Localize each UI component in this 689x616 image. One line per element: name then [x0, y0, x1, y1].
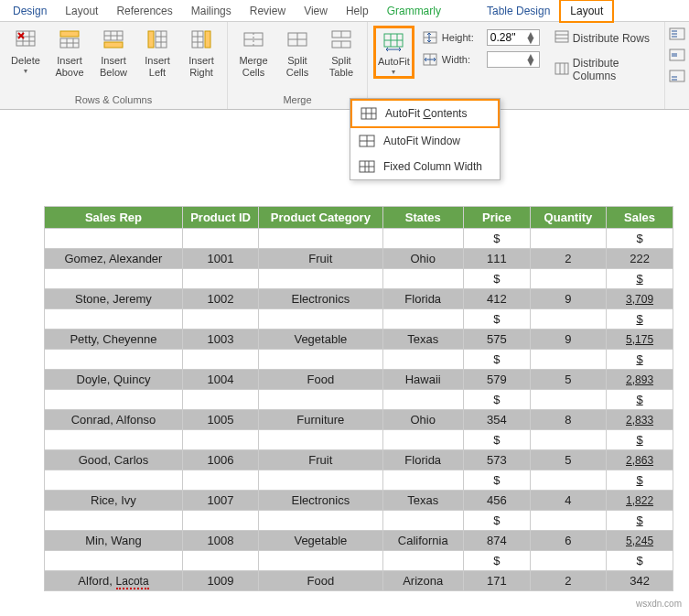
- fixed-width-item[interactable]: Fixed Column Width: [350, 154, 500, 179]
- th-sales: Sales: [607, 207, 673, 229]
- table-row[interactable]: Min, Wang 1008 Vegetable California 874 …: [45, 531, 673, 551]
- align-icon-3[interactable]: [669, 70, 685, 85]
- split-cells-button[interactable]: Split Cells: [277, 26, 318, 80]
- watermark: wsxdn.com: [636, 599, 682, 609]
- autofit-label: AutoFit: [378, 56, 410, 68]
- split-table-label: Split Table: [329, 55, 353, 78]
- svg-rect-51: [555, 63, 568, 74]
- right-edge-group: [664, 22, 689, 109]
- autofit-window-icon: [358, 134, 376, 148]
- tab-design[interactable]: Design: [4, 1, 56, 21]
- tab-help[interactable]: Help: [337, 1, 378, 21]
- height-icon: [422, 30, 438, 45]
- insert-right-button[interactable]: Insert Right: [181, 26, 221, 80]
- table-gap-row: $ $: [45, 269, 673, 289]
- th-product-id: Product ID: [182, 207, 258, 229]
- split-table-button[interactable]: Split Table: [321, 26, 361, 80]
- merge-cells-icon: [241, 27, 266, 53]
- tab-review[interactable]: Review: [241, 1, 295, 21]
- tab-view[interactable]: View: [295, 1, 337, 21]
- autofit-dropdown: AutoFit Contents AutoFit Window Fixed Co…: [350, 98, 501, 180]
- align-icon-1[interactable]: [669, 27, 685, 43]
- caret-icon: ▾: [24, 67, 27, 75]
- width-input[interactable]: ▲▼: [487, 51, 540, 68]
- group-merge: Merge Cells Split Cells Split Table Merg…: [228, 22, 368, 109]
- align-icon-2[interactable]: [669, 49, 685, 64]
- insert-above-button[interactable]: Insert Above: [49, 26, 90, 80]
- th-sales-rep: Sales Rep: [45, 207, 183, 229]
- distribute-columns-icon: [554, 62, 569, 78]
- delete-button[interactable]: Delete ▾: [5, 26, 46, 77]
- insert-right-icon: [188, 27, 214, 53]
- table-row[interactable]: Good, Carlos 1006 Fruit Florida 573 5 2,…: [45, 450, 673, 470]
- distribute-rows-icon: [554, 30, 569, 46]
- merge-cells-label: Merge Cells: [239, 55, 267, 78]
- data-table[interactable]: Sales Rep Product ID Product Category St…: [44, 206, 673, 591]
- table-gap-row: $ $: [45, 511, 673, 531]
- tab-layout[interactable]: Layout: [559, 0, 614, 23]
- group-cell-size: AutoFit ▾ Height: 0.28" ▲▼: [368, 22, 664, 109]
- tab-table-design[interactable]: Table Design: [478, 1, 559, 21]
- group-label-rows-columns: Rows & Columns: [75, 92, 152, 107]
- insert-above-icon: [57, 27, 82, 53]
- distribute-columns-button[interactable]: Distribute Columns: [553, 56, 653, 83]
- svg-rect-16: [104, 42, 123, 48]
- autofit-icon: [381, 28, 406, 54]
- fixed-width-label: Fixed Column Width: [383, 160, 482, 173]
- height-label: Height:: [442, 32, 483, 43]
- table-gap-row: $ $: [45, 390, 673, 410]
- ribbon-body: Delete ▾ Insert Above Insert Below Inse: [0, 22, 689, 110]
- tab-mailings[interactable]: Mailings: [182, 1, 241, 21]
- split-cells-icon: [285, 27, 310, 53]
- width-row: Width: ▲▼: [422, 51, 540, 68]
- autofit-window-item[interactable]: AutoFit Window: [350, 128, 500, 154]
- distribute-rows-label: Distribute Rows: [573, 32, 650, 45]
- autofit-contents-label: AutoFit Contents: [385, 107, 467, 120]
- svg-rect-21: [148, 31, 154, 48]
- split-table-icon: [328, 27, 354, 53]
- tab-references[interactable]: References: [107, 1, 181, 21]
- group-rows-columns: Delete ▾ Insert Above Insert Below Inse: [0, 22, 228, 109]
- table-row[interactable]: Alford, Lacota 1009 Food Arizona 171 2 3…: [45, 571, 673, 591]
- table-body: $ $ Gomez, Alexander 1001 Fruit Ohio 111…: [45, 229, 673, 591]
- height-input[interactable]: 0.28" ▲▼: [487, 29, 540, 46]
- table-header-row: Sales Rep Product ID Product Category St…: [45, 207, 673, 229]
- svg-rect-26: [205, 31, 210, 48]
- svg-rect-11: [60, 31, 79, 37]
- fixed-width-icon: [358, 159, 376, 174]
- delete-label: Delete: [11, 55, 40, 67]
- th-quantity: Quantity: [530, 207, 606, 229]
- width-icon: [422, 52, 438, 67]
- table-row[interactable]: Petty, Cheyenne 1003 Vegetable Texas 575…: [45, 330, 673, 350]
- autofit-button[interactable]: AutoFit ▾: [373, 26, 414, 79]
- insert-right-label: Insert Right: [188, 55, 214, 78]
- insert-below-button[interactable]: Insert Below: [93, 26, 134, 80]
- tab-layout-top[interactable]: Layout: [56, 1, 107, 21]
- autofit-contents-item[interactable]: AutoFit Contents: [350, 99, 500, 128]
- table-row[interactable]: Rice, Ivy 1007 Electronics Texas 456 4 1…: [45, 491, 673, 511]
- table-row[interactable]: Gomez, Alexander 1001 Fruit Ohio 111 2 2…: [45, 249, 673, 269]
- distribute-rows-button[interactable]: Distribute Rows: [553, 29, 653, 47]
- merge-cells-button[interactable]: Merge Cells: [233, 26, 274, 80]
- table-gap-row: $ $: [45, 350, 673, 370]
- insert-above-label: Insert Above: [55, 55, 83, 78]
- th-category: Product Category: [259, 207, 382, 229]
- height-row: Height: 0.28" ▲▼: [422, 29, 540, 46]
- document-area: Sales Rep Product ID Product Category St…: [0, 110, 689, 591]
- insert-left-icon: [145, 27, 170, 53]
- table-gap-row: $ $: [45, 229, 673, 249]
- svg-rect-48: [555, 31, 568, 42]
- table-row[interactable]: Stone, Jeremy 1002 Electronics Florida 4…: [45, 289, 673, 309]
- table-gap-row: $ $: [45, 470, 673, 491]
- table-gap-row: $ $: [45, 309, 673, 330]
- width-label: Width:: [442, 54, 483, 65]
- svg-rect-58: [670, 49, 684, 60]
- table-row[interactable]: Conrad, Alfonso 1005 Furniture Ohio 354 …: [45, 410, 673, 430]
- table-row[interactable]: Doyle, Quincy 1004 Food Hawaii 579 5 2,8…: [45, 370, 673, 390]
- insert-below-icon: [101, 27, 126, 53]
- th-states: States: [382, 207, 463, 229]
- insert-left-label: Insert Left: [145, 55, 170, 78]
- tab-grammarly[interactable]: Grammarly: [378, 1, 450, 21]
- insert-left-button[interactable]: Insert Left: [137, 26, 178, 80]
- split-cells-label: Split Cells: [286, 55, 308, 78]
